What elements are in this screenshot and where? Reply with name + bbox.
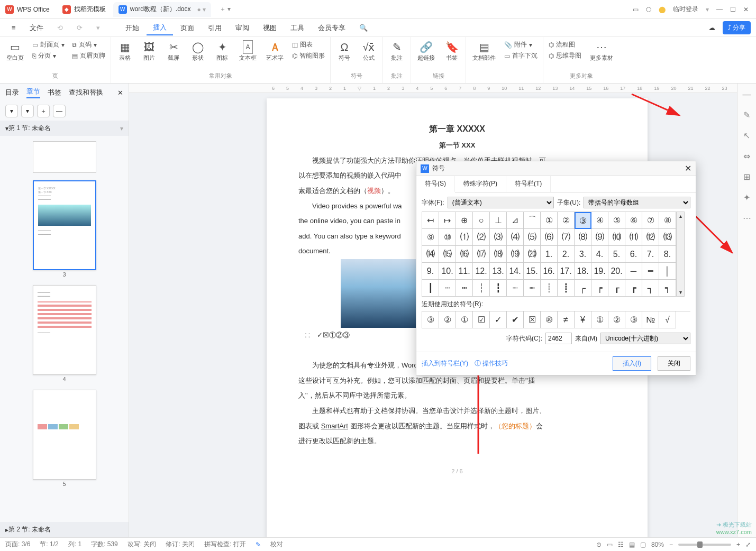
recent-symbol-cell[interactable]: ¥ (575, 311, 591, 328)
recent-symbol-cell[interactable]: ✓ (490, 311, 507, 328)
symbol-cell[interactable]: ⑶ (490, 229, 507, 246)
nav-tool-1[interactable]: ▾ (5, 105, 18, 117)
dialog-close-button[interactable]: ✕ (685, 163, 691, 173)
zoom-value[interactable]: 80% (651, 541, 664, 548)
recent-symbol-cell[interactable]: ③ (422, 311, 439, 328)
symbol-cell[interactable]: 12. (473, 263, 490, 280)
menu-member[interactable]: 会员专享 (312, 21, 352, 35)
symbol-cell[interactable]: ┃ (422, 280, 439, 297)
avatar-icon[interactable]: ⬤ (659, 6, 666, 13)
symbol-cell[interactable]: 17. (558, 263, 575, 280)
chart-button[interactable]: ◫ 图表 (290, 39, 327, 50)
status-revise[interactable]: 修订: 关闭 (166, 540, 195, 549)
symbol-cell[interactable]: ⊥ (490, 212, 507, 229)
symbol-cell[interactable]: 14. (507, 263, 524, 280)
recent-symbol-cell[interactable]: ☑ (473, 311, 490, 328)
table-button[interactable]: ▦表格 (114, 39, 135, 63)
symbol-cell[interactable]: ⑷ (507, 229, 524, 246)
symbol-cell[interactable]: ┆ (473, 280, 490, 297)
symbol-cell[interactable]: ② (558, 212, 575, 229)
symbol-cell[interactable]: 9. (422, 263, 439, 280)
symbol-cell[interactable]: ┈ (507, 280, 524, 297)
page-number-button[interactable]: ⧉ 页码 ▾ (70, 39, 107, 50)
search-icon[interactable]: 🔍 (353, 22, 374, 34)
symbol-cell[interactable]: ↦ (439, 212, 456, 229)
symbol-cell[interactable]: 20. (608, 263, 625, 280)
zoom-out-button[interactable]: − (669, 541, 673, 548)
symbol-cell[interactable]: ─ (625, 263, 642, 280)
section-2-header[interactable]: ▸ 第 2 节: 未命名 (0, 522, 129, 537)
status-col[interactable]: 列: 1 (68, 540, 81, 549)
dropcap-button[interactable]: ▭ 首字下沉 (502, 50, 540, 61)
view-mode-3-icon[interactable]: ☷ (618, 541, 624, 548)
recent-symbol-cell[interactable]: √ (659, 311, 676, 328)
symbol-cell[interactable]: ┅ (456, 280, 473, 297)
wordart-button[interactable]: Ａ艺术字 (263, 39, 287, 63)
comment-button[interactable]: ✎批注 (386, 39, 407, 63)
side-tool-sync-icon[interactable]: ⇔ (743, 151, 750, 161)
symbol-cell[interactable]: 2. (558, 246, 575, 263)
flowchart-button[interactable]: ⌬ 流程图 (546, 39, 584, 50)
side-tool-grid-icon[interactable]: ⊞ (743, 172, 750, 182)
symbol-cell[interactable]: ┋ (558, 280, 575, 297)
nav-tab-toc[interactable]: 目录 (5, 88, 19, 97)
tab-wps-home[interactable]: W WPS Office (0, 2, 55, 17)
layout-icon[interactable]: ▭ (633, 6, 639, 13)
font-select[interactable]: (普通文本) (448, 197, 554, 208)
status-page[interactable]: 页面: 3/6 (5, 540, 30, 549)
symbol-cell[interactable]: ③ (575, 212, 591, 229)
side-tool-1[interactable]: — (743, 90, 751, 99)
textbox-button[interactable]: A文本框 (236, 39, 260, 63)
symbol-cell[interactable]: ┎ (608, 280, 625, 297)
symbol-cell[interactable]: 7. (642, 246, 659, 263)
tab-templates[interactable]: ◆ 找稻壳模板 (57, 2, 111, 17)
symbol-cell[interactable]: 11. (456, 263, 473, 280)
symbol-cell[interactable]: ⊕ (456, 212, 473, 229)
hamburger-button[interactable]: ≡ (5, 22, 22, 34)
symbol-cell[interactable]: ⒂ (439, 246, 456, 263)
doc-parts-button[interactable]: ▤文档部件 (469, 39, 499, 63)
symbol-cell[interactable]: ⑻ (575, 229, 591, 246)
login-label[interactable]: 临时登录 (673, 5, 698, 14)
zoom-slider[interactable] (678, 544, 731, 546)
symbol-cell[interactable]: 10. (439, 263, 456, 280)
nav-tool-2[interactable]: ▾ (21, 105, 34, 117)
recent-symbol-cell[interactable]: ② (439, 311, 456, 328)
symbol-cell[interactable]: ⑩ (439, 229, 456, 246)
subset-select[interactable]: 带括号的字母数组 (584, 197, 690, 208)
symbol-cell[interactable]: ⒁ (422, 246, 439, 263)
recent-symbol-cell[interactable]: ≠ (558, 311, 575, 328)
recent-symbol-cell[interactable]: ③ (625, 311, 642, 328)
menu-start[interactable]: 开始 (119, 21, 145, 35)
symbol-cell[interactable]: 3. (575, 246, 591, 263)
status-spell[interactable]: 拼写检查: 打开 (204, 540, 246, 549)
menu-review[interactable]: 审阅 (229, 21, 256, 35)
symbol-cell[interactable]: ⑿ (642, 229, 659, 246)
thumb-page-4[interactable]: ━━━━━━━━━━━━━━━━━━━━━━━━ (33, 285, 96, 375)
symbol-cell[interactable]: ┇ (490, 280, 507, 297)
new-tab-button[interactable]: ＋ ▾ (213, 5, 237, 14)
side-tool-more-icon[interactable]: ⋯ (743, 213, 751, 223)
symbol-cell[interactable]: ⑾ (625, 229, 642, 246)
attachment-button[interactable]: 📎 附件 ▾ (502, 39, 540, 50)
tab-document[interactable]: W word教程（新）.docx ● ▾ (113, 2, 211, 17)
section-1-header[interactable]: ▾ 第 1 节: 未命名▾ (0, 121, 129, 136)
symbol-cell[interactable]: ⑸ (524, 229, 541, 246)
symbol-cell[interactable]: ⑤ (608, 212, 625, 229)
symbol-cell[interactable]: ↤ (422, 212, 439, 229)
symbol-cell[interactable]: ┏ (625, 280, 642, 297)
page-break-button[interactable]: ⎘ 分页 ▾ (30, 50, 67, 61)
symbol-cell[interactable]: ┊ (541, 280, 558, 297)
menu-reference[interactable]: 引用 (202, 21, 228, 35)
status-words[interactable]: 字数: 539 (91, 540, 118, 549)
symbol-cell[interactable]: ━ (642, 263, 659, 280)
icons-button[interactable]: ✦图标 (212, 39, 233, 63)
symbol-cell[interactable]: ⑺ (558, 229, 575, 246)
nav-tab-bookmark[interactable]: 书签 (48, 88, 61, 97)
cover-page-button[interactable]: ▭ 封面页 ▾ (30, 39, 67, 50)
blank-page-button[interactable]: ▭空白页 (3, 39, 27, 63)
share-button[interactable]: ⤴ 分享 (723, 21, 751, 34)
symbol-cell[interactable]: ⊿ (507, 212, 524, 229)
symbol-cell[interactable]: 19. (591, 263, 608, 280)
symbol-scrollbar[interactable]: ▴▾ (676, 212, 685, 297)
